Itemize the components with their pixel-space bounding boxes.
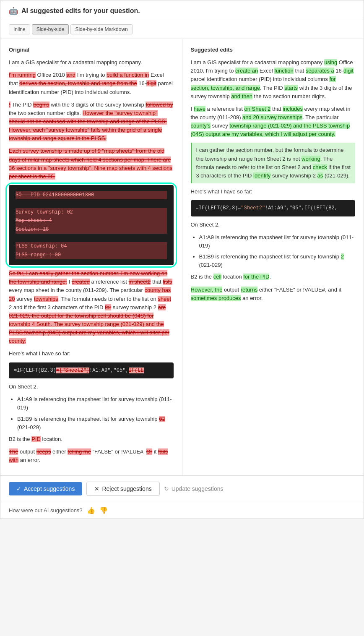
feedback-row: How were our AI suggestions? 👍 👎 xyxy=(0,502,364,519)
suggested-code-formula: =IF(LEFT(B2,3)="Sheet2"!A1:A9","05",IF(L… xyxy=(191,200,356,216)
original-label: Original xyxy=(9,46,174,54)
ins-2: 2 xyxy=(341,253,344,260)
update-label: Update suggestions xyxy=(172,485,224,492)
tab-side-by-side[interactable]: Side-by-side xyxy=(32,24,69,34)
suggested-label: Suggested edits xyxy=(191,46,356,54)
original-para1: I'm running Office 2010 and I'm trying t… xyxy=(9,71,174,96)
del-keeps: keeps xyxy=(36,448,51,455)
ins-countys: county's xyxy=(191,123,211,129)
ins-however: However, the xyxy=(191,287,223,293)
ins-have: have xyxy=(194,106,205,112)
original-para2: ! The PID begins with the 3 digits of th… xyxy=(9,101,174,143)
ins-starts: starts xyxy=(284,85,298,91)
ins-working: working xyxy=(302,156,320,162)
del-followed: followed by xyxy=(146,102,173,108)
original-bullet-1: A1:A9 is referencing the mapsheet list f… xyxy=(17,395,174,412)
suggested-b2: B2 is the cell location for the PID. xyxy=(191,273,356,281)
del-the: The xyxy=(9,448,18,455)
ins-identify: identify xyxy=(253,172,270,179)
ins-township-range: township range (021-029) and the PLSS to… xyxy=(191,123,350,137)
feedback-label: How were our AI suggestions? xyxy=(9,507,83,513)
suggested-output: However, the output returns either "FALS… xyxy=(191,286,356,302)
del-and: and xyxy=(66,72,75,78)
del-code-section: Section: 18 xyxy=(16,225,167,234)
suggested-bullet-2: B1:B9 is referencing the mapsheet list f… xyxy=(199,253,356,269)
tabs-bar: Inline Side-by-side Side-by-side Markdow… xyxy=(0,20,364,39)
original-para4: So far, I can easily gather the section … xyxy=(9,269,174,345)
del-lists: lists xyxy=(163,279,172,285)
ins-and-text: and xyxy=(328,287,337,293)
del-sheet-word: sheet xyxy=(158,296,171,302)
thumbs-down-button[interactable]: 👎 xyxy=(99,506,108,514)
ins-digit-s: digit xyxy=(343,68,354,74)
ins-and20: and 20 survey townships xyxy=(242,114,302,120)
footer-actions: ✓ Accept suggestions ✕ Reject suggestion… xyxy=(0,475,364,502)
del-or: Or xyxy=(146,448,152,455)
del-townships2: townships xyxy=(34,296,58,302)
del-for: for xyxy=(105,304,111,310)
ins-onsheet2: on Sheet 2 xyxy=(244,106,270,112)
reject-button[interactable]: ✕ Reject suggestions xyxy=(86,482,159,496)
ins-for-section: for section, township, and range xyxy=(191,76,336,91)
del-created: created xyxy=(72,279,90,285)
original-bullet-2: B1:B9 is referencing the mapsheet list f… xyxy=(17,415,174,432)
ins-sometimes-produces: sometimes produces xyxy=(191,295,241,301)
del-pid-inline: PID xyxy=(31,436,41,442)
suggested-intro: I am a GIS specialist for a cadastral ma… xyxy=(191,58,356,101)
del-insheet2: in sheet2 xyxy=(129,279,151,285)
accept-label: Accept suggestions xyxy=(24,485,75,492)
del-pid-marker: ! xyxy=(9,102,10,108)
suggested-hereswhat: Here's what I have so far: xyxy=(191,188,356,196)
update-button[interactable]: ↻ Update suggestions xyxy=(164,485,224,492)
ins-separates: separates a xyxy=(306,68,334,74)
del-however-block: However the "survey township" should not… xyxy=(9,110,167,141)
del-code-plss-twp: PLSS township: 04 xyxy=(16,242,167,250)
original-column: Original I am a GIS specialist for a cad… xyxy=(0,39,182,475)
del-code-survey: Survey township: 02 xyxy=(16,208,167,216)
suggested-bullets: A1:A9 is referencing the mapsheet list f… xyxy=(199,233,356,270)
del-each-block: Each survey township is made up of 9 "ma… xyxy=(9,148,172,179)
ins-as: as xyxy=(317,172,323,179)
original-output: The output keeps either telling me "FALS… xyxy=(9,448,174,464)
accept-button[interactable]: ✓ Accept suggestions xyxy=(9,482,82,495)
refresh-icon: ↻ xyxy=(164,485,169,492)
suggested-ins-para: I can gather the section number, but the… xyxy=(191,143,356,183)
suggested-onsheet2: On Sheet 2, xyxy=(191,221,356,229)
del-code-map: Map sheet: 4 xyxy=(16,216,167,225)
tab-side-by-side-markdown[interactable]: Side-by-side Markdown xyxy=(70,24,132,34)
ins-using: using xyxy=(324,59,337,65)
ins-andthen: and then xyxy=(231,93,252,99)
del-build: build a function in xyxy=(107,72,149,78)
check-icon: ✓ xyxy=(16,485,21,492)
del-02: 02 xyxy=(159,416,165,422)
ins-create-an: create an xyxy=(235,68,258,74)
del-tellingme: telling me xyxy=(68,448,91,455)
original-code-circled: SO - PID 02418000000001800 Survey townsh… xyxy=(9,185,174,265)
tab-inline[interactable]: Inline xyxy=(9,24,30,34)
ins-cell: cell xyxy=(213,274,222,280)
original-hereswhat: Here's what I have so far: xyxy=(9,349,174,358)
del-code-plss-rng: PLSS range : 00 xyxy=(16,251,167,259)
ins-returns: returns xyxy=(241,287,257,293)
ins-function: function xyxy=(274,68,294,74)
del-code-line1: SO - PID 02418000000001800 xyxy=(16,191,167,199)
del-county20: county has 20 xyxy=(9,287,171,302)
del-are021: are 021-029, the output for the township… xyxy=(9,304,169,344)
original-para3: Each survey township is made up of 9 "ma… xyxy=(9,147,174,181)
suggested-bullet-1: A1:A9 is referencing the mapsheet list f… xyxy=(199,233,356,250)
ins-check: check xyxy=(313,164,327,170)
content-area: Original I am a GIS specialist for a cad… xyxy=(0,39,364,475)
ai-icon: 🤖 xyxy=(9,6,18,16)
header: 🤖 AI suggested edits for your question. xyxy=(0,0,364,20)
del-running: I'm running xyxy=(9,72,36,78)
del-derives: derives the section, township and range … xyxy=(19,80,137,86)
original-code-formula: =IF(LEFT(B2,3)={"Sheet2"}!A1:A9","05",IF… xyxy=(9,362,174,379)
thumbs-up-button[interactable]: 👍 xyxy=(87,506,95,514)
del-digit1: digit xyxy=(146,80,156,86)
ins-forpid: for the PID xyxy=(243,274,269,280)
original-intro: I am a GIS specialist for a cadastral ma… xyxy=(9,58,174,67)
original-onsheet2: On Sheet 2, xyxy=(9,383,174,391)
suggested-para2: I have a reference list on Sheet 2 that … xyxy=(191,105,356,139)
header-title: AI suggested edits for your question. xyxy=(21,7,140,15)
original-b2: B2 is the PID location. xyxy=(9,435,174,443)
